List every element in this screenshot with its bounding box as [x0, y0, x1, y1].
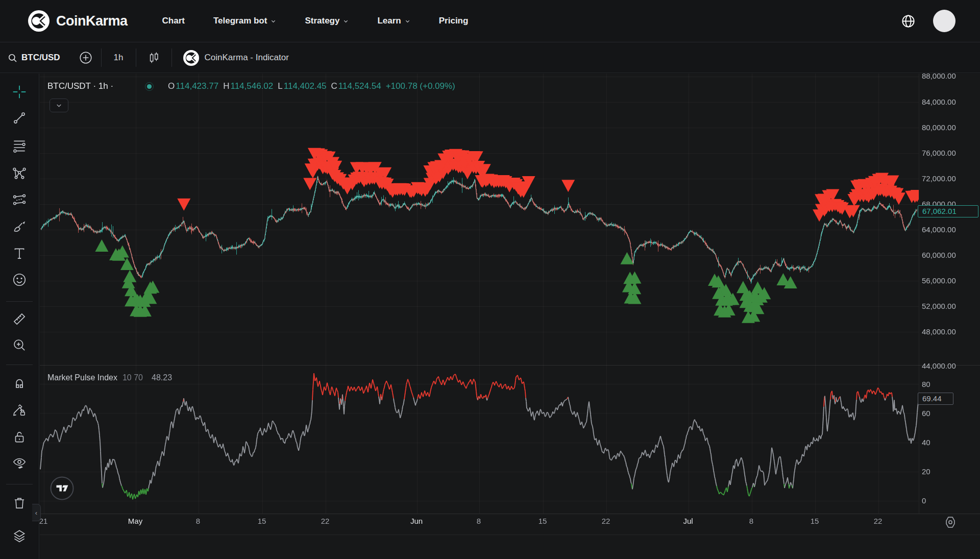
indicator-axis-tick: 40 — [922, 438, 930, 447]
low-value: 114,402.45 — [284, 81, 327, 91]
price-axis-tick: 56,000.00 — [922, 276, 956, 285]
indicator-title[interactable]: Market Pulse Index — [47, 373, 117, 382]
time-axis-tick: 15 — [258, 517, 266, 525]
time-axis-tick: 8 — [196, 517, 200, 525]
compare-add-button[interactable] — [70, 48, 101, 67]
legend-symbol-title[interactable]: BTC/USDT · 1h · — [47, 81, 113, 91]
tool-text[interactable] — [10, 246, 29, 264]
price-axis-tick: 72,000.00 — [922, 174, 956, 183]
legend-change: +100.78 (+0.09%) — [386, 81, 455, 91]
nav-item-label: Learn — [377, 16, 401, 26]
tool-remove-drawings[interactable] — [10, 495, 29, 514]
indicator-axis-tick: 60 — [922, 409, 930, 418]
time-axis-tick: Jun — [410, 517, 423, 525]
hide-drawings-icon — [12, 455, 27, 473]
coinkarma-logo-icon — [28, 10, 50, 32]
nav-item-label: Chart — [162, 16, 185, 26]
nav-item-learn[interactable]: Learn — [377, 16, 410, 26]
price-axis-tick: 52,000.00 — [922, 302, 956, 310]
toolbar-separator — [6, 301, 33, 302]
chart-area[interactable]: BTC/USDT · 1h · O114,423.77 H114,546.02 … — [40, 74, 980, 559]
tool-hide-drawings[interactable] — [10, 455, 29, 473]
tool-xabcd-pattern[interactable] — [10, 165, 29, 183]
search-icon — [8, 53, 17, 63]
nav-item-chart[interactable]: Chart — [162, 16, 185, 26]
nav-item-pricing[interactable]: Pricing — [439, 16, 469, 26]
time-axis-tick: Jul — [683, 517, 693, 525]
price-axis-tick: 44,000.00 — [922, 361, 956, 370]
chart-legend: BTC/USDT · 1h · O114,423.77 H114,546.02 … — [47, 81, 455, 91]
tool-forecast[interactable] — [10, 192, 29, 210]
legend-collapse-button[interactable] — [50, 99, 68, 112]
brush-icon — [12, 220, 27, 237]
tool-draw-lock[interactable] — [10, 402, 29, 420]
close-value: 114,524.54 — [338, 81, 381, 91]
price-axis-tick: 76,000.00 — [922, 149, 956, 157]
tool-brush[interactable] — [10, 219, 29, 237]
nav-item-label: Pricing — [439, 16, 469, 26]
tool-zoom-in[interactable] — [10, 337, 29, 355]
price-axis-tick: 84,000.00 — [922, 98, 956, 106]
drawing-toolbar — [0, 74, 39, 559]
globe-icon[interactable] — [901, 14, 916, 29]
toolbar-separator — [6, 364, 33, 365]
symbol-name: BTC/USD — [21, 53, 60, 63]
remove-drawings-icon — [12, 496, 27, 513]
draw-lock-icon — [12, 402, 27, 420]
open-label: O — [168, 81, 175, 91]
tool-trend-line[interactable] — [10, 110, 29, 128]
nav-item-telegram-bot[interactable]: Telegram bot — [213, 16, 276, 26]
indicator-axis-tick: 80 — [922, 380, 930, 388]
crosshair-icon — [12, 84, 27, 102]
tool-object-tree[interactable] — [10, 528, 29, 546]
zoom-in-icon — [12, 337, 27, 355]
price-axis-tick: 48,000.00 — [922, 327, 956, 336]
nav-item-label: Strategy — [305, 16, 339, 26]
magnet-icon — [12, 375, 27, 392]
legend-ohlc: O114,423.77 H114,546.02 L114,402.45 C114… — [168, 81, 381, 91]
tool-lock-all[interactable] — [10, 429, 29, 447]
tool-fib-retracement[interactable] — [10, 138, 29, 156]
high-label: H — [223, 81, 229, 91]
forecast-icon — [12, 192, 27, 210]
price-axis-tick: 80,000.00 — [922, 123, 956, 132]
indicator-value: 48.23 — [152, 373, 172, 382]
chevron-down-icon — [343, 18, 349, 24]
text-icon — [12, 246, 27, 263]
chart-canvas[interactable] — [40, 74, 980, 535]
symbol-search-button[interactable]: BTC/USD — [8, 53, 60, 63]
time-axis-tick: May — [128, 517, 142, 525]
legend-status-dot — [145, 82, 154, 91]
time-axis-tick: 22 — [874, 517, 883, 525]
interval-button[interactable]: 1h — [102, 53, 136, 63]
time-axis-tick: 22 — [602, 517, 610, 525]
indicator-axis-tick: 20 — [922, 467, 930, 476]
indicator-axis-tick: 0 — [922, 496, 926, 505]
low-label: L — [278, 81, 282, 91]
time-axis-tick: 8 — [477, 517, 481, 525]
price-axis-tick: 88,000.00 — [922, 71, 956, 80]
timescale-settings-icon[interactable] — [943, 515, 958, 529]
indicator-chip[interactable]: CoinKarma - Indicator — [183, 50, 289, 66]
tool-crosshair[interactable] — [10, 84, 29, 102]
nav-item-label: Telegram bot — [213, 16, 267, 26]
main-nav: ChartTelegram botStrategyLearnPricing — [162, 16, 469, 26]
time-axis-tick: 22 — [321, 517, 330, 525]
tool-emoji[interactable] — [10, 272, 29, 290]
indicator-value-tag: 69.44 — [918, 393, 953, 405]
tool-magnet[interactable] — [10, 374, 29, 393]
drawings-panel-toggle[interactable]: ‹ — [32, 504, 41, 521]
nav-item-strategy[interactable]: Strategy — [305, 16, 349, 26]
tool-ruler[interactable] — [10, 311, 29, 329]
candles-icon — [147, 51, 161, 65]
indicator-params: 10 70 — [122, 373, 143, 382]
time-axis-tick: 15 — [811, 517, 819, 525]
avatar[interactable] — [933, 10, 955, 32]
brand[interactable]: CoinKarma — [28, 10, 128, 32]
xabcd-pattern-icon — [12, 165, 27, 183]
price-axis-tick: 60,000.00 — [922, 251, 956, 259]
tradingview-logo[interactable] — [50, 476, 74, 500]
indicator-legend: Market Pulse Index 10 70 48.23 — [47, 373, 172, 382]
chart-style-button[interactable] — [136, 48, 172, 67]
high-value: 114,546.02 — [230, 81, 273, 91]
